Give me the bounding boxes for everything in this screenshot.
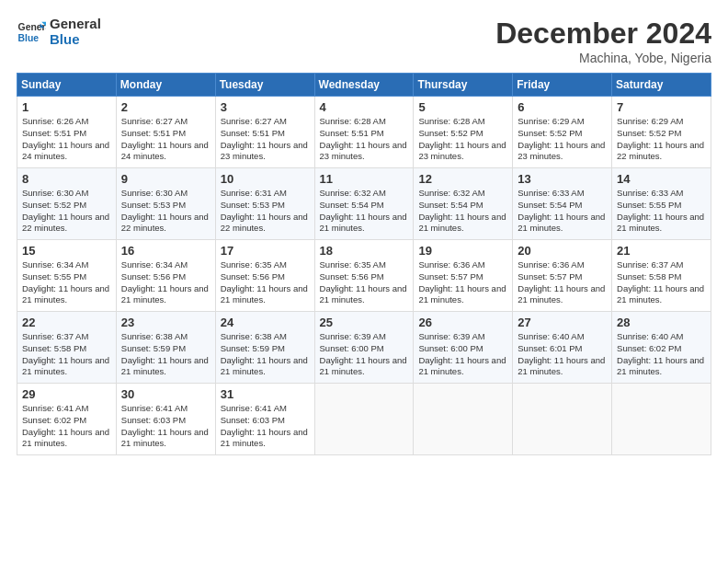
day-info: Sunrise: 6:39 AM Sunset: 6:00 PM Dayligh… xyxy=(418,331,507,378)
day-info: Sunrise: 6:32 AM Sunset: 5:54 PM Dayligh… xyxy=(418,188,507,235)
day-info: Sunrise: 6:30 AM Sunset: 5:52 PM Dayligh… xyxy=(22,188,111,235)
calendar-cell: 8 Sunrise: 6:30 AM Sunset: 5:52 PM Dayli… xyxy=(17,168,117,240)
calendar-cell: 7 Sunrise: 6:29 AM Sunset: 5:52 PM Dayli… xyxy=(612,97,711,168)
day-number: 29 xyxy=(22,387,111,401)
day-number: 3 xyxy=(221,100,310,114)
day-number: 23 xyxy=(121,316,210,329)
calendar-week-row: 8 Sunrise: 6:30 AM Sunset: 5:52 PM Dayli… xyxy=(17,168,711,240)
day-info: Sunrise: 6:27 AM Sunset: 5:51 PM Dayligh… xyxy=(121,116,210,163)
calendar-week-row: 22 Sunrise: 6:37 AM Sunset: 5:58 PM Dayl… xyxy=(17,312,711,384)
day-info: Sunrise: 6:35 AM Sunset: 5:56 PM Dayligh… xyxy=(320,259,409,306)
day-info: Sunrise: 6:28 AM Sunset: 5:51 PM Dayligh… xyxy=(320,116,409,163)
day-number: 2 xyxy=(121,100,210,114)
calendar-cell: 1 Sunrise: 6:26 AM Sunset: 5:51 PM Dayli… xyxy=(17,97,117,168)
calendar-cell: 10 Sunrise: 6:31 AM Sunset: 5:53 PM Dayl… xyxy=(215,168,314,240)
col-friday: Friday xyxy=(513,74,612,97)
day-number: 11 xyxy=(320,172,409,186)
col-saturday: Saturday xyxy=(612,74,711,97)
calendar-cell: 18 Sunrise: 6:35 AM Sunset: 5:56 PM Dayl… xyxy=(314,240,414,312)
day-number: 22 xyxy=(22,316,111,329)
calendar-cell: 9 Sunrise: 6:30 AM Sunset: 5:53 PM Dayli… xyxy=(116,168,215,240)
day-info: Sunrise: 6:41 AM Sunset: 6:02 PM Dayligh… xyxy=(22,403,111,450)
col-wednesday: Wednesday xyxy=(314,74,414,97)
calendar-cell xyxy=(414,384,513,455)
day-info: Sunrise: 6:29 AM Sunset: 5:52 PM Dayligh… xyxy=(518,116,607,163)
day-info: Sunrise: 6:37 AM Sunset: 5:58 PM Dayligh… xyxy=(22,331,111,378)
day-number: 25 xyxy=(320,316,409,329)
day-info: Sunrise: 6:37 AM Sunset: 5:58 PM Dayligh… xyxy=(617,259,706,306)
day-number: 12 xyxy=(418,172,507,186)
day-number: 4 xyxy=(320,100,409,114)
day-number: 1 xyxy=(22,100,111,114)
calendar-cell: 15 Sunrise: 6:34 AM Sunset: 5:55 PM Dayl… xyxy=(17,240,117,312)
calendar-cell: 19 Sunrise: 6:36 AM Sunset: 5:57 PM Dayl… xyxy=(414,240,513,312)
calendar-week-row: 15 Sunrise: 6:34 AM Sunset: 5:55 PM Dayl… xyxy=(17,240,711,312)
calendar-cell: 16 Sunrise: 6:34 AM Sunset: 5:56 PM Dayl… xyxy=(116,240,215,312)
logo-text: General Blue xyxy=(50,17,101,47)
calendar-cell: 21 Sunrise: 6:37 AM Sunset: 5:58 PM Dayl… xyxy=(612,240,711,312)
calendar-cell: 26 Sunrise: 6:39 AM Sunset: 6:00 PM Dayl… xyxy=(414,312,513,384)
day-info: Sunrise: 6:28 AM Sunset: 5:52 PM Dayligh… xyxy=(418,116,507,163)
calendar-cell: 30 Sunrise: 6:41 AM Sunset: 6:03 PM Dayl… xyxy=(116,384,215,455)
calendar-cell xyxy=(612,384,711,455)
day-number: 31 xyxy=(221,387,310,401)
calendar-cell xyxy=(314,384,414,455)
calendar-cell: 22 Sunrise: 6:37 AM Sunset: 5:58 PM Dayl… xyxy=(17,312,117,384)
day-number: 5 xyxy=(418,100,507,114)
day-number: 19 xyxy=(418,244,507,258)
day-info: Sunrise: 6:40 AM Sunset: 6:02 PM Dayligh… xyxy=(617,331,706,378)
calendar-cell: 13 Sunrise: 6:33 AM Sunset: 5:54 PM Dayl… xyxy=(513,168,612,240)
day-info: Sunrise: 6:36 AM Sunset: 5:57 PM Dayligh… xyxy=(418,259,507,306)
page-container: General Blue General Blue December 2024 … xyxy=(0,0,728,465)
logo-icon: General Blue xyxy=(17,17,46,47)
calendar-cell: 24 Sunrise: 6:38 AM Sunset: 5:59 PM Dayl… xyxy=(215,312,314,384)
day-info: Sunrise: 6:38 AM Sunset: 5:59 PM Dayligh… xyxy=(121,331,210,378)
calendar-cell: 25 Sunrise: 6:39 AM Sunset: 6:00 PM Dayl… xyxy=(314,312,414,384)
calendar-week-row: 29 Sunrise: 6:41 AM Sunset: 6:02 PM Dayl… xyxy=(17,384,711,455)
day-info: Sunrise: 6:31 AM Sunset: 5:53 PM Dayligh… xyxy=(221,188,310,235)
day-info: Sunrise: 6:41 AM Sunset: 6:03 PM Dayligh… xyxy=(121,403,210,450)
calendar-cell: 11 Sunrise: 6:32 AM Sunset: 5:54 PM Dayl… xyxy=(314,168,414,240)
calendar-cell: 28 Sunrise: 6:40 AM Sunset: 6:02 PM Dayl… xyxy=(612,312,711,384)
title-block: December 2024 Machina, Yobe, Nigeria xyxy=(495,17,711,65)
day-info: Sunrise: 6:27 AM Sunset: 5:51 PM Dayligh… xyxy=(221,116,310,163)
day-info: Sunrise: 6:33 AM Sunset: 5:54 PM Dayligh… xyxy=(518,188,607,235)
logo: General Blue General Blue xyxy=(17,17,101,47)
day-info: Sunrise: 6:36 AM Sunset: 5:57 PM Dayligh… xyxy=(518,259,607,306)
calendar-cell: 17 Sunrise: 6:35 AM Sunset: 5:56 PM Dayl… xyxy=(215,240,314,312)
day-number: 6 xyxy=(518,100,607,114)
calendar-cell: 31 Sunrise: 6:41 AM Sunset: 6:03 PM Dayl… xyxy=(215,384,314,455)
calendar-cell xyxy=(513,384,612,455)
day-info: Sunrise: 6:33 AM Sunset: 5:55 PM Dayligh… xyxy=(617,188,706,235)
month-title: December 2024 xyxy=(495,17,711,51)
day-number: 21 xyxy=(617,244,706,258)
calendar-table: Sunday Monday Tuesday Wednesday Thursday… xyxy=(17,73,711,455)
calendar-cell: 29 Sunrise: 6:41 AM Sunset: 6:02 PM Dayl… xyxy=(17,384,117,455)
day-info: Sunrise: 6:39 AM Sunset: 6:00 PM Dayligh… xyxy=(320,331,409,378)
day-number: 27 xyxy=(518,316,607,329)
day-info: Sunrise: 6:26 AM Sunset: 5:51 PM Dayligh… xyxy=(22,116,111,163)
calendar-cell: 5 Sunrise: 6:28 AM Sunset: 5:52 PM Dayli… xyxy=(414,97,513,168)
day-number: 24 xyxy=(221,316,310,329)
day-number: 7 xyxy=(617,100,706,114)
day-info: Sunrise: 6:35 AM Sunset: 5:56 PM Dayligh… xyxy=(221,259,310,306)
calendar-cell: 6 Sunrise: 6:29 AM Sunset: 5:52 PM Dayli… xyxy=(513,97,612,168)
day-info: Sunrise: 6:38 AM Sunset: 5:59 PM Dayligh… xyxy=(221,331,310,378)
calendar-cell: 20 Sunrise: 6:36 AM Sunset: 5:57 PM Dayl… xyxy=(513,240,612,312)
calendar-cell: 27 Sunrise: 6:40 AM Sunset: 6:01 PM Dayl… xyxy=(513,312,612,384)
header: General Blue General Blue December 2024 … xyxy=(17,17,711,65)
day-number: 15 xyxy=(22,244,111,258)
day-info: Sunrise: 6:41 AM Sunset: 6:03 PM Dayligh… xyxy=(221,403,310,450)
day-info: Sunrise: 6:29 AM Sunset: 5:52 PM Dayligh… xyxy=(617,116,706,163)
calendar-cell: 23 Sunrise: 6:38 AM Sunset: 5:59 PM Dayl… xyxy=(116,312,215,384)
col-sunday: Sunday xyxy=(17,74,117,97)
day-info: Sunrise: 6:32 AM Sunset: 5:54 PM Dayligh… xyxy=(320,188,409,235)
day-number: 9 xyxy=(121,172,210,186)
day-number: 26 xyxy=(418,316,507,329)
day-info: Sunrise: 6:34 AM Sunset: 5:55 PM Dayligh… xyxy=(22,259,111,306)
calendar-cell: 2 Sunrise: 6:27 AM Sunset: 5:51 PM Dayli… xyxy=(116,97,215,168)
svg-text:Blue: Blue xyxy=(18,32,40,42)
calendar-cell: 3 Sunrise: 6:27 AM Sunset: 5:51 PM Dayli… xyxy=(215,97,314,168)
location: Machina, Yobe, Nigeria xyxy=(495,51,711,65)
calendar-week-row: 1 Sunrise: 6:26 AM Sunset: 5:51 PM Dayli… xyxy=(17,97,711,168)
